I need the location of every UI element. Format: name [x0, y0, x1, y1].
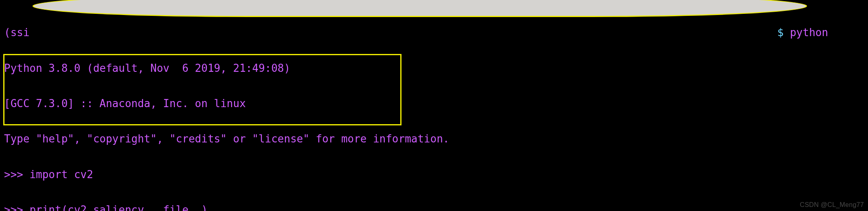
watermark: CSDN @CL_Meng77: [800, 201, 864, 209]
redaction-overlay: [33, 0, 807, 17]
repl-prompt: >>>: [4, 168, 30, 181]
repl-line-import: >>> import cv2: [4, 169, 864, 181]
shell-dollar: $: [777, 26, 784, 39]
shell-command-python: python: [790, 26, 828, 39]
terminal[interactable]: (ssi$ python Python 3.8.0 (default, Nov …: [0, 0, 868, 211]
repl-line-print-saliency: >>> print(cv2.saliency.__file__): [4, 204, 864, 211]
repl-cmd-print-saliency: print(cv2.saliency.__file__): [30, 204, 208, 211]
repl-cmd-import: import cv2: [30, 168, 93, 181]
python-help-line: Type "help", "copyright", "credits" or "…: [4, 133, 864, 145]
repl-prompt: >>>: [4, 204, 30, 211]
python-version-line: Python 3.8.0 (default, Nov 6 2019, 21:49…: [4, 62, 864, 74]
python-gcc-line: [GCC 7.3.0] :: Anaconda, Inc. on linux: [4, 98, 864, 110]
shell-env-fragment: (ssi: [4, 26, 30, 39]
shell-prompt-line: (ssi$ python: [4, 27, 864, 39]
